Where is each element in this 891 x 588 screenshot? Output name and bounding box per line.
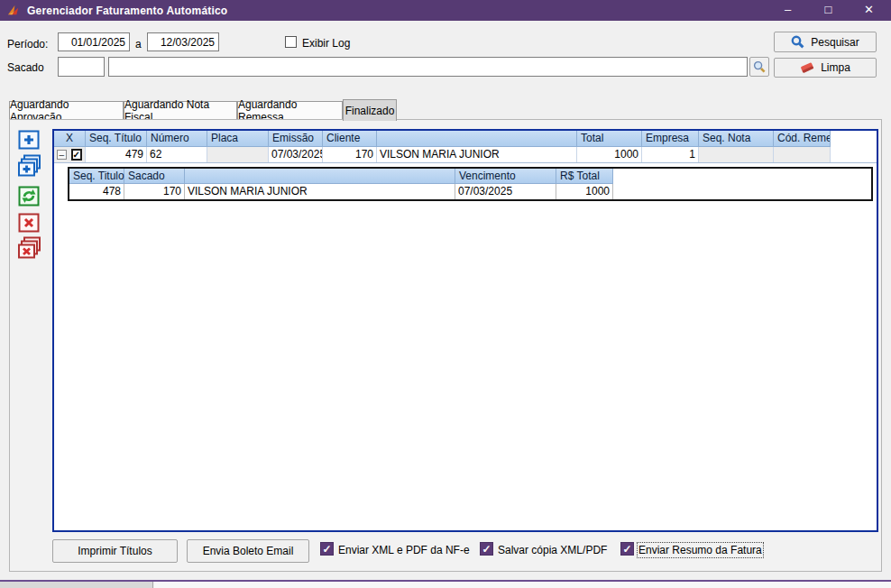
- statusbar-right-panel: [154, 582, 891, 588]
- detail-header-sacado[interactable]: Sacado: [124, 169, 185, 184]
- detail-cell-sacado-nome[interactable]: VILSON MARIA JUNIOR: [185, 184, 455, 199]
- detail-header-rs-total[interactable]: R$ Total: [556, 169, 613, 184]
- enviar-xml-pdf-label: Enviar XML e PDF da NF-e: [338, 544, 470, 556]
- header-numero[interactable]: Número: [147, 131, 207, 147]
- header-cliente-nome[interactable]: [377, 131, 577, 147]
- envia-boleto-email-button[interactable]: Envia Boleto Email: [187, 539, 309, 563]
- detail-header-vencimento[interactable]: Vencimento: [455, 169, 556, 184]
- enviar-resumo-checkbox[interactable]: ✓: [620, 542, 634, 556]
- cell-numero[interactable]: 62: [147, 147, 207, 162]
- detail-cell-vencimento[interactable]: 07/03/2025: [455, 184, 556, 199]
- detail-header-seq-titulo[interactable]: Seq. Titulo: [69, 169, 124, 184]
- app-logo-icon: [7, 4, 21, 17]
- cell-empresa[interactable]: 1: [642, 147, 699, 162]
- delete-record-icon[interactable]: [16, 210, 41, 235]
- enviar-resumo-label: Enviar Resumo da Fatura: [638, 544, 762, 556]
- period-from-input[interactable]: [58, 32, 130, 51]
- salvar-copia-label: Salvar cópia XML/PDF: [498, 544, 607, 556]
- refresh-icon[interactable]: [16, 183, 41, 208]
- period-label: Período:: [7, 38, 48, 51]
- enviar-xml-pdf-checkbox[interactable]: ✓: [320, 542, 334, 556]
- detail-header-sacado-nome[interactable]: [185, 169, 455, 184]
- header-seq-nota[interactable]: Seq. Nota: [699, 131, 774, 147]
- sacado-name-input[interactable]: [108, 57, 748, 77]
- tab-aguardando-remessa[interactable]: Aguardando Remessa: [237, 101, 343, 120]
- imprimir-titulos-button[interactable]: Imprimir Títulos: [52, 539, 178, 563]
- header-x[interactable]: X: [54, 131, 86, 147]
- close-button[interactable]: ✕: [849, 0, 889, 21]
- row-checkbox[interactable]: ✓: [71, 149, 83, 161]
- statusbar-left-panel: [0, 582, 153, 588]
- detail-row[interactable]: 478 170 VILSON MARIA JUNIOR 07/03/2025 1…: [69, 184, 871, 199]
- cell-cliente[interactable]: 170: [323, 147, 377, 162]
- cell-seq-nota[interactable]: [699, 147, 774, 162]
- cell-placa[interactable]: [207, 147, 269, 162]
- cell-emissao[interactable]: 07/03/2025: [269, 147, 323, 162]
- header-empresa[interactable]: Empresa: [642, 131, 699, 147]
- collapse-row-icon[interactable]: –: [57, 150, 67, 160]
- row-select-cell: – ✓: [54, 147, 86, 162]
- sacado-lookup-button[interactable]: [749, 57, 769, 77]
- maximize-button[interactable]: □: [808, 0, 849, 21]
- delete-multiple-records-icon[interactable]: [16, 235, 41, 261]
- sacado-label: Sacado: [7, 61, 44, 74]
- cell-cliente-nome[interactable]: VILSON MARIA JUNIOR: [377, 147, 577, 162]
- detail-cell-seq-titulo[interactable]: 478: [69, 184, 124, 199]
- application-window: Gerenciador Faturamento Automático – □ ✕…: [0, 0, 891, 588]
- salvar-copia-checkbox[interactable]: ✓: [480, 542, 493, 556]
- detail-header-row: Seq. Titulo Sacado Vencimento R$ Total: [69, 169, 871, 184]
- pesquisar-button[interactable]: Pesquisar: [774, 32, 877, 52]
- exibir-log-label: Exibir Log: [302, 37, 350, 50]
- detail-grid: Seq. Titulo Sacado Vencimento R$ Total 4…: [68, 167, 873, 201]
- tab-finalizado[interactable]: Finalizado: [343, 99, 397, 121]
- eraser-icon: [800, 61, 814, 74]
- minimize-button[interactable]: –: [767, 0, 808, 21]
- header-cod-remessa[interactable]: Cód. Remessa: [774, 131, 831, 147]
- add-record-icon[interactable]: [16, 127, 41, 152]
- search-icon: [791, 35, 804, 49]
- exibir-log-checkbox[interactable]: [285, 36, 297, 48]
- detail-cell-sacado[interactable]: 170: [124, 184, 185, 199]
- sacado-code-input[interactable]: [58, 57, 105, 77]
- cell-seq-titulo[interactable]: 479: [86, 147, 147, 162]
- table-row[interactable]: – ✓ 479 62 07/03/2025 170 VILSON MARIA J…: [54, 147, 877, 163]
- limpa-button[interactable]: Limpa: [774, 58, 877, 78]
- pesquisar-label: Pesquisar: [811, 36, 859, 49]
- header-cliente[interactable]: Cliente: [323, 131, 377, 147]
- grid-header-row: X Seq. Título Número Placa Emissão Clien…: [54, 131, 877, 147]
- titlebar: Gerenciador Faturamento Automático – □ ✕: [0, 0, 891, 21]
- period-to-input[interactable]: [147, 32, 219, 51]
- header-seq-titulo[interactable]: Seq. Título: [86, 131, 147, 147]
- cell-total[interactable]: 1000: [577, 147, 642, 162]
- tab-aguardando-nota-fiscal[interactable]: Aguardando Nota Fiscal: [124, 101, 237, 120]
- add-multiple-records-icon[interactable]: [16, 153, 41, 179]
- results-grid: X Seq. Título Número Placa Emissão Clien…: [52, 129, 878, 532]
- header-emissao[interactable]: Emissão: [269, 131, 323, 147]
- window-title: Gerenciador Faturamento Automático: [27, 5, 227, 17]
- period-between-label: a: [135, 38, 142, 51]
- limpa-label: Limpa: [821, 61, 850, 74]
- cell-cod-remessa[interactable]: [774, 147, 831, 162]
- lookup-magnifier-icon: [753, 60, 766, 73]
- header-total[interactable]: Total: [577, 131, 642, 147]
- tab-aguardando-aprovacao[interactable]: Aguardando Aprovação: [9, 101, 124, 120]
- detail-cell-rs-total[interactable]: 1000: [556, 184, 613, 199]
- header-placa[interactable]: Placa: [207, 131, 269, 147]
